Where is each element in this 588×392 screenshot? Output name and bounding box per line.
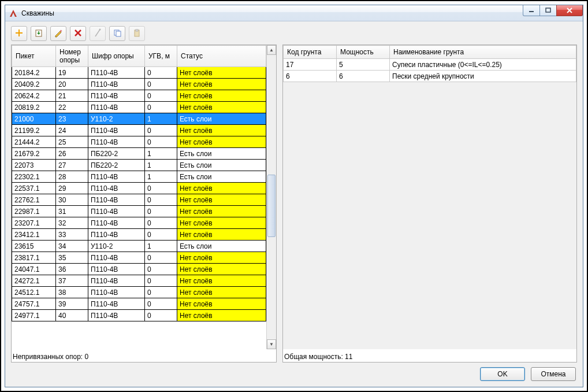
table-row[interactable]: 22762.130П110-4В0Нет слоёв xyxy=(12,194,266,206)
scroll-down-icon[interactable]: ▼ xyxy=(267,339,276,349)
app-icon xyxy=(9,9,18,18)
toolbar xyxy=(11,26,577,41)
table-row[interactable]: 20624.221П110-4В0Нет слоёв xyxy=(12,90,266,102)
table-row[interactable]: 22302.128П110-4В1Есть слои xyxy=(12,171,266,183)
col-shifr[interactable]: Шифр опоры xyxy=(88,46,145,67)
table-row[interactable]: 22537.129П110-4В0Нет слоёв xyxy=(12,183,266,194)
table-row[interactable]: 24977.140П110-4В0Нет слоёв xyxy=(12,310,266,321)
link-icon xyxy=(93,28,102,39)
table-row[interactable]: 24047.136П110-4В0Нет слоёв xyxy=(12,264,266,275)
minimize-button[interactable] xyxy=(523,5,540,16)
svg-rect-9 xyxy=(116,31,121,36)
layers-pane: Код грунта Мощность Наименование грунта … xyxy=(282,45,577,363)
svg-marker-0 xyxy=(10,10,17,17)
ok-button[interactable]: OK xyxy=(480,367,525,381)
col-num[interactable]: Номер опоры xyxy=(56,46,88,67)
table-row[interactable]: 24272.137П110-4В0Нет слоёв xyxy=(12,275,266,287)
col-piket[interactable]: Пикет xyxy=(12,46,56,67)
paste-button[interactable] xyxy=(129,26,145,41)
table-row[interactable]: 24512.138П110-4В0Нет слоёв xyxy=(12,287,266,298)
table-row[interactable]: 20409.220П110-4В0Нет слоёв xyxy=(12,79,266,90)
left-status: Непривязанных опор: 0 xyxy=(12,349,276,362)
col-power[interactable]: Мощность xyxy=(337,46,390,59)
table-row[interactable]: 2207327ПБ220-21Есть слои xyxy=(12,160,266,171)
col-status[interactable]: Статус xyxy=(177,46,266,67)
table-row[interactable]: 23412.133П110-4В0Нет слоёв xyxy=(12,229,266,241)
table-row[interactable]: 23207.132П110-4В0Нет слоёв xyxy=(12,217,266,229)
delete-button[interactable] xyxy=(70,26,86,41)
copy-button[interactable] xyxy=(109,26,125,41)
svg-point-7 xyxy=(99,28,101,30)
add-icon xyxy=(14,28,24,39)
delete-icon xyxy=(73,28,83,39)
edit-button[interactable] xyxy=(50,26,66,41)
link-button[interactable] xyxy=(90,26,106,41)
svg-rect-2 xyxy=(546,8,550,12)
window: Скважины xyxy=(5,5,583,387)
import-button[interactable] xyxy=(31,26,47,41)
close-button[interactable] xyxy=(556,5,583,16)
import-icon xyxy=(34,28,43,39)
right-status: Общая мощность: 11 xyxy=(283,349,576,362)
col-name[interactable]: Наименование грунта xyxy=(390,46,576,59)
layers-table[interactable]: Код грунта Мощность Наименование грунта … xyxy=(283,45,576,82)
table-row[interactable]: 21199.224П110-4В0Нет слоёв xyxy=(12,125,266,136)
scroll-thumb[interactable] xyxy=(267,175,276,237)
table-row[interactable]: 2100023У110-21Есть слои xyxy=(12,113,266,125)
scroll-up-icon[interactable]: ▲ xyxy=(267,45,276,55)
table-row[interactable]: 66Пески средней крупности xyxy=(284,71,576,82)
table-row[interactable]: 175Супеси пластичные (0<=IL<=0.25) xyxy=(284,59,576,71)
svg-rect-4 xyxy=(16,32,23,34)
table-row[interactable]: 20184.219П110-4В0Нет слоёв xyxy=(12,67,266,79)
col-code[interactable]: Код грунта xyxy=(284,46,337,59)
copy-icon xyxy=(113,28,122,39)
maximize-button[interactable] xyxy=(539,5,557,16)
svg-rect-1 xyxy=(529,11,534,12)
add-button[interactable] xyxy=(11,26,27,41)
boreholes-table[interactable]: Пикет Номер опоры Шифр опоры УГВ, м Стат… xyxy=(12,45,266,321)
table-row[interactable]: 21679.226ПБ220-21Есть слои xyxy=(12,148,266,160)
table-row[interactable]: 22987.131П110-4В0Нет слоёв xyxy=(12,206,266,217)
edit-icon xyxy=(54,28,63,39)
boreholes-pane: Пикет Номер опоры Шифр опоры УГВ, м Стат… xyxy=(11,45,277,363)
table-row[interactable]: 24757.139П110-4В0Нет слоёв xyxy=(12,298,266,310)
cancel-button[interactable]: Отмена xyxy=(531,367,576,381)
svg-rect-11 xyxy=(136,29,138,31)
table-row[interactable]: 2361534У110-21Есть слои xyxy=(12,241,266,252)
titlebar[interactable]: Скважины xyxy=(5,5,583,21)
table-row[interactable]: 20819.222П110-4В0Нет слоёв xyxy=(12,102,266,113)
window-title: Скважины xyxy=(21,9,523,17)
table-row[interactable]: 23817.135П110-4В0Нет слоёв xyxy=(12,252,266,264)
paste-icon xyxy=(132,28,142,39)
col-ugv[interactable]: УГВ, м xyxy=(145,46,177,67)
table-row[interactable]: 21444.225П110-4В0Нет слоёв xyxy=(12,136,266,148)
left-scrollbar[interactable]: ▲ ▼ xyxy=(266,45,276,349)
